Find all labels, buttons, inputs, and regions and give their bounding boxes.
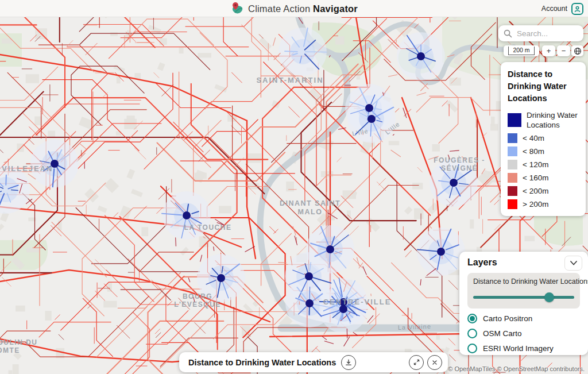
legend-item-drinking-water-locations: Drinking Water Locations	[508, 110, 579, 130]
layer-opacity-label: Distance to Drinking Water Locations	[473, 277, 574, 286]
climate-action-navigator-app: SAINT-MARTINVILLEJEANFOUGÈRES -SÉVIGNÉDI…	[0, 0, 588, 374]
legend-title: Distance to Drinking Water Locations	[508, 68, 579, 105]
water-location-marker[interactable]	[437, 248, 445, 256]
legend-panel: Distance to Drinking Water Locations Dri…	[501, 62, 586, 216]
map-place-label: SÉVIGNÉ	[441, 164, 478, 172]
legend-label: < 40m	[523, 133, 544, 143]
leaf-pin-logo-icon	[230, 2, 244, 16]
legend-items: Drinking Water Locations< 40m< 80m< 120m…	[508, 110, 579, 209]
layers-collapse-button[interactable]	[564, 256, 582, 271]
legend-item-160m: < 160m	[508, 173, 579, 183]
water-location-marker[interactable]	[326, 245, 334, 253]
close-button[interactable]	[427, 355, 442, 370]
search-input[interactable]	[516, 29, 578, 38]
water-location-marker[interactable]	[417, 52, 425, 60]
legend-swatch	[508, 146, 517, 156]
basemap-label: OSM Carto	[483, 329, 522, 338]
basemap-label: Carto Positron	[483, 314, 532, 323]
map-river-label: La Vilaine	[398, 323, 432, 331]
map-place-label: DINANT SAINT	[280, 199, 341, 207]
app-header: Climate Action Navigator Account	[0, 0, 588, 17]
chevron-down-icon	[570, 260, 578, 266]
water-location-marker[interactable]	[365, 104, 373, 112]
map-place-label: COMTE	[0, 346, 20, 354]
radio-icon	[467, 329, 477, 338]
water-location-marker[interactable]	[217, 274, 225, 282]
radio-icon	[467, 344, 477, 353]
legend-swatch	[508, 173, 517, 183]
slider-track	[473, 296, 574, 299]
layer-opacity-box: Distance to Drinking Water Locations	[467, 273, 580, 309]
layers-panel-title: Layers	[467, 257, 580, 268]
search-icon	[504, 29, 512, 38]
legend-label: < 120m	[523, 160, 548, 169]
basemap-options: Carto PositronOSM CartoESRI World Imager…	[467, 314, 580, 353]
legend-swatch	[508, 113, 521, 127]
legend-swatch	[508, 160, 517, 169]
legend-label: Drinking Water Locations	[527, 110, 579, 130]
map-scale-control: 200 m	[504, 45, 539, 56]
close-icon	[431, 359, 438, 366]
map-place-label: LA TOUCHE	[184, 223, 232, 232]
account-button[interactable]: Account	[541, 0, 583, 17]
water-location-marker[interactable]	[450, 179, 458, 187]
radio-selected-icon	[467, 314, 477, 323]
zoom-out-button[interactable]: −	[557, 45, 570, 56]
map-place-label: MALO	[298, 208, 323, 216]
globe-button[interactable]	[571, 45, 583, 56]
map-place-label: FOUGÈRES -	[434, 156, 485, 164]
legend-item-80m: < 80m	[508, 146, 579, 156]
map-place-label: SAINT-MARTIN	[256, 76, 323, 84]
legend-item-200m: < 200m	[508, 186, 579, 196]
map-place-label: VILLEJEAN	[2, 164, 53, 173]
legend-label: < 160m	[523, 173, 548, 183]
legend-swatch	[508, 133, 517, 143]
map-place-label: L'EVESQUE	[174, 300, 221, 309]
download-icon	[345, 358, 353, 367]
active-layer-bar: Distance to Drinking Water Locations	[179, 352, 448, 372]
legend-item-120m: < 120m	[508, 160, 579, 169]
legend-item-200m: > 200m	[508, 199, 579, 209]
map-attribution: © OpenMapTiles © OpenStreetMap contribut…	[448, 365, 585, 372]
slider-thumb[interactable]	[544, 292, 554, 302]
layer-opacity-slider[interactable]	[473, 292, 574, 302]
map-place-label: BOURG	[183, 292, 212, 300]
layers-panel: Layers Distance to Drinking Water Locati…	[459, 252, 588, 355]
legend-swatch	[508, 186, 517, 196]
legend-label: < 200m	[523, 186, 548, 196]
account-label: Account	[541, 5, 567, 13]
download-button[interactable]	[341, 355, 356, 370]
legend-label: < 80m	[523, 146, 544, 156]
app-title: Climate Action Navigator	[248, 3, 358, 14]
basemap-radio-esri-world-imagery[interactable]: ESRI World Imagery	[467, 344, 580, 353]
legend-label: > 200m	[523, 199, 548, 209]
legend-swatch	[508, 199, 517, 209]
water-location-marker[interactable]	[339, 305, 347, 313]
account-user-icon	[571, 3, 583, 15]
water-location-marker[interactable]	[305, 272, 313, 280]
basemap-radio-osm-carto[interactable]: OSM Carto	[467, 329, 580, 338]
water-location-marker[interactable]	[305, 299, 314, 307]
water-location-marker[interactable]	[183, 211, 191, 219]
basemap-radio-carto-positron[interactable]: Carto Positron	[467, 314, 580, 323]
zoom-in-button[interactable]: +	[542, 45, 555, 56]
legend-item-40m: < 40m	[508, 133, 579, 143]
app-logo: Climate Action Navigator	[230, 0, 358, 17]
water-location-marker[interactable]	[368, 115, 376, 123]
expand-arrows-icon	[413, 358, 420, 366]
active-layer-title: Distance to Drinking Water Locations	[188, 358, 336, 367]
basemap-label: ESRI World Imagery	[483, 344, 554, 353]
globe-icon	[574, 47, 582, 55]
map-place-label: MOULIN DU	[0, 338, 38, 346]
search-box	[498, 25, 583, 41]
scale-bar: 200 m	[508, 47, 534, 55]
expand-button[interactable]	[409, 355, 424, 370]
map-place-label: CENTRE-VILLE	[323, 298, 392, 306]
